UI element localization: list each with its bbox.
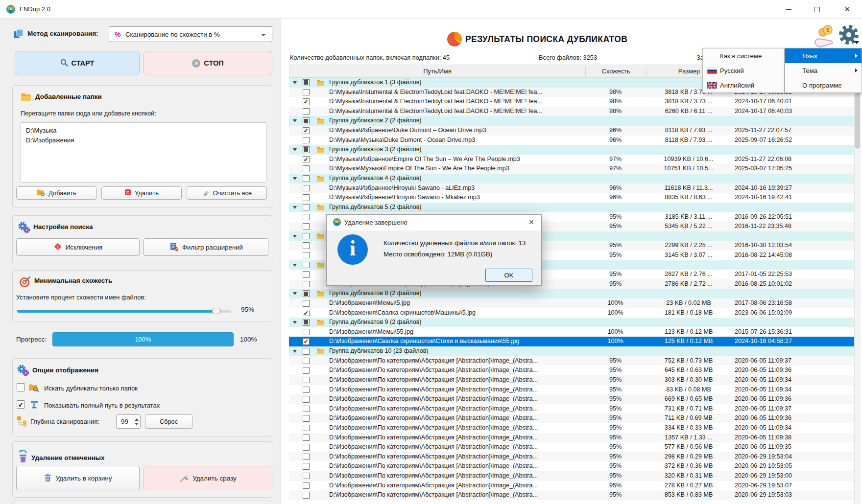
folders-only-checkbox[interactable] [17,383,25,391]
file-row[interactable]: ✓D:\Изображения\Свалка скриншотов\Машины… [289,308,854,318]
file-checkbox[interactable] [303,137,310,144]
file-checkbox[interactable] [303,185,310,192]
close-button[interactable]: ✕ [836,0,859,19]
file-row[interactable]: D:\Изображения\По категориям\Абстракция … [289,442,854,452]
file-row[interactable]: ✓D:\Музыка\Избранное\Duke Dumont – Ocean… [289,126,854,136]
group-row[interactable]: Группа дубликатов 9 (2 файлов) [289,318,854,327]
file-row[interactable]: D:\Музыка\Музыка\Duke Dumont - Ocean Dri… [289,136,854,145]
group-row[interactable]: Группа дубликатов 5 (2 файлов) [289,203,854,212]
file-checkbox[interactable]: ✓ [303,127,310,134]
start-button[interactable]: СТАРТ [15,51,140,75]
file-row[interactable]: D:\Изображения\По категориям\Абстракция … [289,394,854,404]
file-checkbox[interactable] [303,194,310,201]
group-row[interactable]: Группа дубликатов 10 (23 файлов) [289,346,854,356]
delete-now-button[interactable]: Удалить сразу [144,466,272,490]
file-row[interactable]: D:\Изображения\По категориям\Абстракция … [289,404,854,414]
file-row[interactable]: D:\Изображения\По категориям\Абстракция … [289,481,854,491]
file-row[interactable]: D:\Изображения\По категориям\Абстракция … [289,413,854,423]
file-row[interactable]: ✓D:\Изображения\Свалка скриншотов\Стихи … [289,337,854,346]
exclusions-button[interactable]: ! Исключения [16,238,140,256]
file-checkbox[interactable] [303,271,310,278]
file-checkbox[interactable] [303,454,310,460]
file-row[interactable]: D:\Музыка\Избранное\Hiroyuki Sawano - aL… [289,183,854,193]
file-checkbox[interactable] [303,300,310,307]
group-checkbox[interactable] [303,204,310,211]
group-row[interactable]: Группа дубликатов 4 (2 файлов) [289,174,854,183]
minimize-button[interactable] [777,0,800,19]
group-checkbox[interactable] [303,319,310,326]
file-row[interactable]: ✓D:\Музыка\Избранное\Empire Of The Sun –… [289,155,854,164]
file-row[interactable]: D:\Изображения\Мемы\55.jpg100%123 KB / 0… [289,327,854,337]
expander-icon[interactable] [293,235,297,238]
file-row[interactable]: D:\Изображения\По категориям\Абстракция … [289,385,854,395]
file-checkbox[interactable] [303,415,310,422]
menu-item[interactable]: Тема [785,63,862,78]
file-row[interactable]: D:\Изображения\Мемы\5.jpg100%23 KB / 0.0… [289,298,854,308]
file-row[interactable]: D:\Музыка\Instumental & Electron\TeddyLo… [289,107,854,116]
group-row[interactable]: Группа дубликатов 8 (2 файлов) [289,289,854,298]
menu-item[interactable]: Язык [785,48,862,63]
expander-icon[interactable] [293,350,297,353]
scan-depth-spinner[interactable]: 99 [116,414,141,429]
file-checkbox[interactable] [303,425,310,432]
remove-folder-button[interactable]: Удалить [101,186,182,200]
file-row[interactable]: D:\Изображения\По категориям\Абстракция … [289,433,854,443]
stop-button[interactable]: ✕ СТОП [144,51,272,75]
file-row[interactable]: D:\Изображения\По категориям\Абстракция … [289,471,854,481]
group-checkbox[interactable] [303,146,310,153]
maximize-button[interactable] [806,0,828,19]
file-checkbox[interactable] [303,482,310,489]
list-item[interactable]: D:\Музыка [26,126,261,136]
file-row[interactable]: D:\Музыка\Избранное\Hiroyuki Sawano - Mk… [289,193,854,203]
file-checkbox[interactable] [303,387,310,393]
expander-icon[interactable] [293,81,297,84]
file-checkbox[interactable] [303,165,310,172]
group-checkbox[interactable] [303,262,310,269]
file-checkbox[interactable] [303,463,310,470]
group-checkbox[interactable] [303,79,310,86]
dialog-close-icon[interactable]: ✕ [528,218,534,226]
file-row[interactable]: D:\Изображения\По категориям\Абстракция … [289,452,854,462]
extension-filter-button[interactable]: Фильтр расширений [144,238,268,256]
spin-down-icon[interactable] [135,423,139,425]
expander-icon[interactable] [293,206,297,209]
expander-icon[interactable] [293,292,297,295]
settings-gear-icon[interactable] [838,23,860,48]
file-checkbox[interactable] [303,223,310,230]
file-checkbox[interactable] [303,406,310,412]
slider-handle[interactable] [212,308,221,314]
file-row[interactable]: D:\Изображения\По категориям\Абстракция … [289,356,854,366]
file-checkbox[interactable] [303,108,310,115]
file-row[interactable]: D:\Изображения\По категориям\Абстракция … [289,490,854,500]
group-row[interactable]: Группа дубликатов 2 (2 файлов) [289,116,854,126]
spin-up-icon[interactable] [135,418,139,421]
expander-icon[interactable] [293,119,297,122]
add-folder-button[interactable]: Добавить [16,186,96,200]
file-checkbox[interactable] [303,435,310,441]
list-item[interactable]: D:\Изображения [26,136,261,145]
file-row[interactable]: D:\Музыка\Музыка\Empire Of The Sun - We … [289,164,854,174]
file-checkbox[interactable] [303,329,310,336]
file-row[interactable]: D:\Изображения\По категориям\Абстракция … [289,366,854,375]
file-row[interactable]: D:\Изображения\По категориям\Абстракция … [289,461,854,471]
file-row[interactable]: D:\Изображения\По категориям\Абстракция … [289,423,854,433]
delete-to-trash-button[interactable]: Удалить в корзину [16,466,140,490]
file-checkbox[interactable]: ✓ [303,338,310,345]
reset-button[interactable]: Сброс [145,414,192,429]
file-row[interactable]: ✓D:\Музыка\Instumental & Electron\TeddyL… [289,97,854,107]
menu-item[interactable]: О программе [785,78,862,92]
ok-button[interactable]: OK [485,269,532,282]
full-path-checkbox[interactable]: ✓ [17,400,25,409]
submenu-item[interactable]: Как в системе [703,48,784,63]
submenu-item[interactable]: Русский [703,63,784,78]
group-row[interactable]: Группа дубликатов 3 (2 файлов) [289,145,854,155]
file-checkbox[interactable] [303,252,310,259]
file-checkbox[interactable] [303,242,310,249]
expander-icon[interactable] [293,321,297,324]
column-similarity[interactable]: Схожесть [585,68,646,75]
expander-icon[interactable] [293,177,297,180]
file-checkbox[interactable] [303,358,310,365]
scan-method-select[interactable]: % Сканирование по схожести в % [109,26,272,42]
file-checkbox[interactable]: ✓ [303,156,310,163]
file-checkbox[interactable]: ✓ [303,310,310,317]
